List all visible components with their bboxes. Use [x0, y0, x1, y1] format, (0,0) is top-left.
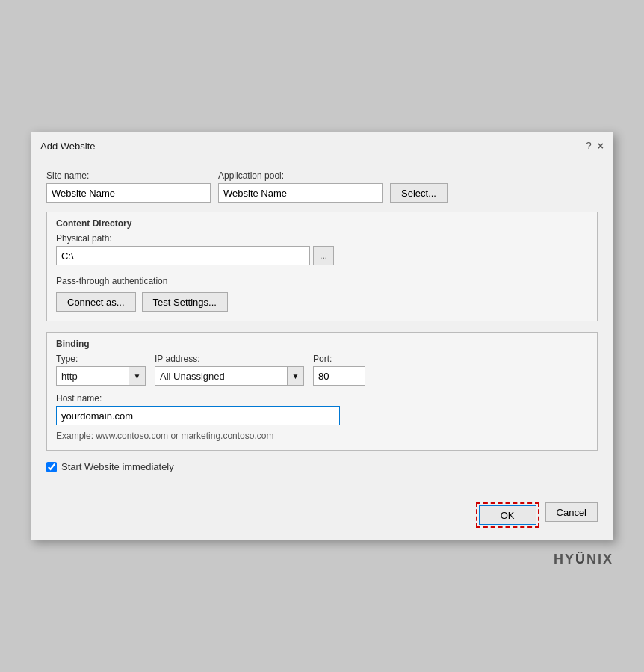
connect-row: Connect as... Test Settings...: [56, 292, 588, 312]
physical-path-label: Physical path:: [56, 233, 588, 244]
ip-select[interactable]: All Unassigned ▼: [155, 366, 304, 386]
host-name-group: Host name: Example: www.contoso.com or m…: [56, 393, 588, 441]
dialog-footer: OK Cancel: [31, 496, 613, 540]
help-button[interactable]: ?: [586, 140, 592, 152]
example-text: Example: www.contoso.com or marketing.co…: [56, 431, 588, 441]
type-value: http: [57, 371, 129, 382]
start-website-row: Start Website immediately: [46, 461, 598, 472]
cancel-button[interactable]: Cancel: [545, 502, 598, 522]
binding-title: Binding: [56, 339, 588, 349]
ip-label: IP address:: [155, 354, 304, 364]
app-pool-group: Application pool:: [218, 170, 383, 203]
site-name-label: Site name:: [46, 170, 211, 181]
dialog-title: Add Website: [40, 141, 95, 152]
select-button[interactable]: Select...: [390, 183, 448, 203]
host-name-label: Host name:: [56, 393, 588, 404]
test-settings-button[interactable]: Test Settings...: [142, 292, 228, 312]
title-bar-controls: ? ×: [586, 140, 604, 152]
connect-as-button[interactable]: Connect as...: [56, 292, 136, 312]
site-name-input[interactable]: [46, 183, 211, 203]
close-button[interactable]: ×: [598, 140, 604, 152]
physical-path-group: Physical path: ...: [56, 233, 588, 271]
host-name-input[interactable]: [56, 406, 340, 425]
ok-button[interactable]: OK: [479, 505, 536, 525]
app-pool-label: Application pool:: [218, 170, 383, 181]
port-label: Port:: [313, 354, 365, 364]
browse-button[interactable]: ...: [313, 246, 334, 265]
physical-path-row: ...: [56, 246, 588, 265]
ip-group: IP address: All Unassigned ▼: [155, 354, 304, 386]
dialog-body: Site name: Application pool: Select... C…: [31, 158, 613, 496]
type-group: Type: http ▼: [56, 354, 146, 386]
ip-value: All Unassigned: [155, 371, 287, 382]
top-row: Site name: Application pool: Select...: [46, 170, 598, 203]
site-name-group: Site name:: [46, 170, 211, 203]
physical-path-input[interactable]: [56, 246, 310, 265]
start-website-checkbox[interactable]: [46, 462, 57, 472]
ok-button-wrapper: OK: [476, 502, 539, 528]
binding-row: Type: http ▼ IP address: All Unassigned …: [56, 354, 588, 386]
content-directory-section: Content Directory Physical path: ... Pas…: [46, 212, 598, 321]
hyunix-logo: HYÜNIX: [554, 552, 613, 567]
start-website-label: Start Website immediately: [61, 461, 174, 472]
title-bar: Add Website ? ×: [31, 132, 613, 158]
app-pool-input[interactable]: [218, 183, 383, 203]
pass-through-label: Pass-through authentication: [56, 276, 588, 286]
port-input[interactable]: [313, 366, 365, 386]
ip-arrow[interactable]: ▼: [287, 367, 303, 385]
type-select[interactable]: http ▼: [56, 366, 146, 386]
content-directory-title: Content Directory: [56, 218, 588, 229]
type-label: Type:: [56, 354, 146, 364]
type-arrow[interactable]: ▼: [129, 367, 145, 385]
port-group: Port:: [313, 354, 365, 386]
binding-section: Binding Type: http ▼ IP address:: [46, 332, 598, 451]
